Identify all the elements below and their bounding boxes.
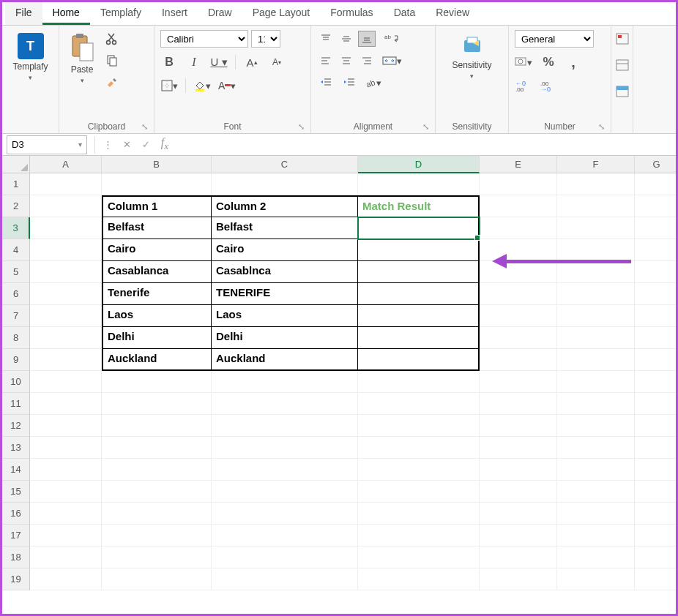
- tab-draw[interactable]: Draw: [198, 2, 242, 25]
- conditional-format-button[interactable]: [614, 30, 631, 48]
- row-header-15[interactable]: 15: [2, 481, 30, 503]
- cell-E13[interactable]: [480, 437, 557, 459]
- cell-D1[interactable]: [358, 173, 480, 195]
- cell-F14[interactable]: [557, 459, 635, 481]
- row-header-9[interactable]: 9: [2, 349, 30, 371]
- cell-A3[interactable]: [30, 217, 102, 239]
- row-header-4[interactable]: 4: [2, 239, 30, 261]
- font-launcher[interactable]: ⤡: [298, 122, 305, 132]
- cell-D6[interactable]: [358, 283, 480, 305]
- cell-C1[interactable]: [212, 173, 358, 195]
- cell-B1[interactable]: [102, 173, 212, 195]
- cell-B3[interactable]: Belfast: [102, 217, 212, 239]
- cell-D10[interactable]: [358, 371, 480, 393]
- paste-button[interactable]: Paste ▾: [65, 30, 99, 87]
- cell-C11[interactable]: [212, 393, 358, 415]
- menu-dots-button[interactable]: ⋮: [98, 135, 117, 154]
- cell-G7[interactable]: [635, 305, 676, 327]
- align-left-button[interactable]: [317, 53, 335, 69]
- cell-B14[interactable]: [102, 459, 212, 481]
- templafy-button[interactable]: T Templafy ▾: [8, 30, 52, 84]
- underline-button[interactable]: U ▾: [210, 53, 228, 71]
- cell-B5[interactable]: Casablanca: [102, 261, 212, 283]
- cell-A2[interactable]: [30, 195, 102, 217]
- align-middle-button[interactable]: [338, 31, 355, 47]
- cell-A14[interactable]: [30, 459, 102, 481]
- cell-B2[interactable]: Column 1: [102, 195, 212, 217]
- increase-decimal-button[interactable]: ←0.00: [515, 77, 532, 94]
- cell-G18[interactable]: [635, 546, 676, 568]
- cell-E15[interactable]: [480, 481, 557, 503]
- cell-E10[interactable]: [480, 371, 557, 393]
- cell-D7[interactable]: [358, 305, 480, 327]
- cell-A5[interactable]: [30, 261, 102, 283]
- row-header-12[interactable]: 12: [2, 415, 30, 437]
- formula-input[interactable]: [174, 135, 676, 154]
- cell-A8[interactable]: [30, 327, 102, 349]
- row-header-14[interactable]: 14: [2, 459, 30, 481]
- cell-C5[interactable]: Casablnca: [212, 261, 358, 283]
- cell-C4[interactable]: Cairo: [212, 239, 358, 261]
- cell-F16[interactable]: [557, 503, 635, 525]
- cell-D11[interactable]: [358, 393, 480, 415]
- format-painter-button[interactable]: [103, 74, 121, 91]
- row-header-8[interactable]: 8: [2, 327, 30, 349]
- cell-A10[interactable]: [30, 371, 102, 393]
- cell-E11[interactable]: [480, 393, 557, 415]
- copy-button[interactable]: [103, 52, 121, 70]
- cell-C19[interactable]: [212, 568, 358, 590]
- cell-G4[interactable]: [635, 239, 676, 261]
- row-header-2[interactable]: 2: [2, 195, 30, 217]
- cell-F1[interactable]: [557, 173, 635, 195]
- cell-E17[interactable]: [480, 525, 557, 546]
- bold-button[interactable]: B: [160, 53, 178, 71]
- tab-formulas[interactable]: Formulas: [320, 2, 383, 25]
- cell-E18[interactable]: [480, 546, 557, 568]
- tab-data[interactable]: Data: [384, 2, 426, 25]
- cell-B19[interactable]: [102, 568, 212, 590]
- cell-C10[interactable]: [212, 371, 358, 393]
- decrease-font-button[interactable]: A▾: [268, 53, 286, 71]
- cell-C16[interactable]: [212, 503, 358, 525]
- column-header-B[interactable]: B: [102, 156, 212, 173]
- row-header-3[interactable]: 3: [2, 217, 30, 239]
- font-name-select[interactable]: Calibri: [160, 30, 248, 48]
- cell-G16[interactable]: [635, 503, 676, 525]
- cell-F7[interactable]: [557, 305, 635, 327]
- cell-E9[interactable]: [480, 349, 557, 371]
- cell-A16[interactable]: [30, 503, 102, 525]
- clipboard-launcher[interactable]: ⤡: [141, 122, 148, 132]
- decrease-indent-button[interactable]: [317, 74, 335, 91]
- cell-F15[interactable]: [557, 481, 635, 503]
- column-header-A[interactable]: A: [30, 156, 102, 173]
- row-header-13[interactable]: 13: [2, 437, 30, 459]
- tab-page-layout[interactable]: Page Layout: [242, 2, 321, 25]
- align-center-button[interactable]: [338, 53, 355, 69]
- tab-review[interactable]: Review: [425, 2, 480, 25]
- column-header-E[interactable]: E: [480, 156, 557, 173]
- cell-D17[interactable]: [358, 525, 480, 546]
- cell-D2[interactable]: Match Result: [358, 195, 480, 217]
- column-header-D[interactable]: D: [358, 156, 480, 173]
- wrap-text-button[interactable]: ab: [379, 30, 405, 48]
- cell-B10[interactable]: [102, 371, 212, 393]
- cell-A15[interactable]: [30, 481, 102, 503]
- row-header-10[interactable]: 10: [2, 371, 30, 393]
- cell-A12[interactable]: [30, 415, 102, 437]
- cell-E7[interactable]: [480, 305, 557, 327]
- cell-G8[interactable]: [635, 327, 676, 349]
- row-header-16[interactable]: 16: [2, 503, 30, 525]
- italic-button[interactable]: I: [185, 53, 203, 71]
- cell-B17[interactable]: [102, 525, 212, 546]
- tab-file[interactable]: File: [5, 2, 42, 25]
- cell-G14[interactable]: [635, 459, 676, 481]
- cell-C3[interactable]: Belfast: [212, 217, 358, 239]
- number-launcher[interactable]: ⤡: [598, 122, 605, 132]
- column-header-G[interactable]: G: [635, 156, 676, 173]
- font-color-button[interactable]: A ▾: [218, 77, 236, 94]
- cell-G17[interactable]: [635, 525, 676, 546]
- cell-A18[interactable]: [30, 546, 102, 568]
- cell-F12[interactable]: [557, 415, 635, 437]
- cell-F8[interactable]: [557, 327, 635, 349]
- cell-G13[interactable]: [635, 437, 676, 459]
